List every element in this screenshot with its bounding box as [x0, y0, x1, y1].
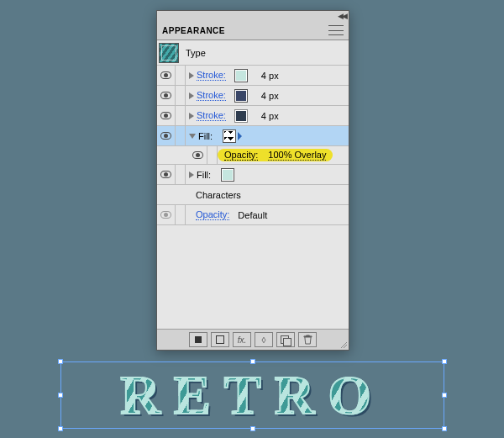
type-label: Type [186, 48, 206, 58]
fill-label: Fill: [198, 131, 213, 141]
color-swatch[interactable] [221, 168, 234, 182]
handle-bottom-middle[interactable] [250, 426, 255, 431]
new-stroke-button[interactable] [189, 332, 207, 347]
characters-label: Characters [186, 190, 241, 200]
chevron-right-icon[interactable] [189, 92, 194, 99]
panel-footer: fx. ◊ [157, 330, 349, 350]
stroke-row-3[interactable]: Stroke: 4 px [157, 106, 349, 126]
chevron-right-icon[interactable] [189, 172, 194, 178]
handle-middle-left[interactable] [58, 393, 63, 398]
handle-bottom-right[interactable] [442, 426, 447, 431]
chevron-right-icon[interactable] [189, 113, 194, 119]
type-row[interactable]: Type [157, 40, 349, 66]
stroke-row-1[interactable]: Stroke: 4 px [157, 66, 349, 86]
stroke-link[interactable]: Stroke: [197, 90, 226, 101]
fill-row-1[interactable]: Fill: [157, 126, 349, 146]
new-fill-button[interactable] [211, 332, 229, 347]
stroke-weight[interactable]: 4 px [261, 71, 279, 81]
eye-icon [160, 132, 171, 140]
visibility-toggle[interactable] [157, 86, 176, 105]
panel-menu-button[interactable] [328, 25, 344, 35]
panel-titlebar[interactable]: APPEARANCE [157, 21, 349, 40]
opacity-row[interactable]: Opacity: 100% Overlay [157, 146, 349, 165]
panel-collapse-button[interactable]: ◀◀ [326, 12, 346, 20]
opacity-highlight: Opacity: 100% Overlay [218, 149, 333, 161]
chevron-down-icon[interactable] [189, 134, 196, 139]
opacity-value: Default [238, 210, 267, 220]
duplicate-item-button[interactable] [276, 332, 295, 347]
add-effect-button[interactable]: fx. [233, 332, 251, 347]
artboard-selection[interactable]: RETRO RETRO RETRO [60, 361, 444, 429]
stroke-row-2[interactable]: Stroke: 4 px [157, 86, 349, 106]
color-swatch[interactable] [234, 69, 248, 82]
stroke-weight[interactable]: 4 px [261, 91, 279, 101]
handle-bottom-left[interactable] [58, 426, 63, 431]
stroke-weight[interactable]: 4 px [261, 111, 279, 121]
visibility-toggle[interactable] [157, 106, 176, 125]
visibility-toggle[interactable] [189, 146, 207, 164]
eye-icon [160, 92, 171, 99]
panel-body: Type Stroke: 4 px Stroke: 4 px Stroke: [157, 40, 349, 330]
color-swatch[interactable] [234, 109, 248, 123]
color-swatch[interactable] [234, 89, 248, 103]
stroke-link[interactable]: Stroke: [197, 70, 226, 81]
swatch-flyout-icon[interactable] [238, 132, 242, 140]
opacity-link[interactable]: Opacity: [224, 150, 258, 161]
handle-top-middle[interactable] [250, 359, 255, 364]
chevron-right-icon[interactable] [189, 72, 194, 79]
stroke-link[interactable]: Stroke: [197, 110, 226, 121]
fill-row-2[interactable]: Fill: [157, 165, 349, 185]
eye-icon [160, 211, 171, 219]
eye-icon [192, 151, 203, 159]
opacity-default-row[interactable]: Opacity: Default [157, 205, 349, 225]
eye-icon [160, 112, 171, 119]
trash-icon [303, 335, 312, 345]
type-thumbnail [159, 43, 179, 63]
delete-item-button[interactable] [298, 332, 317, 347]
opacity-link[interactable]: Opacity: [196, 209, 229, 220]
bounding-box [60, 361, 444, 429]
handle-middle-right[interactable] [442, 393, 447, 398]
opacity-value[interactable]: 100% Overlay [268, 150, 326, 161]
handle-top-left[interactable] [58, 359, 63, 364]
appearance-panel: ◀◀ APPEARANCE Type Stroke: 4 px Stroke: [156, 10, 349, 351]
visibility-toggle[interactable] [157, 126, 176, 145]
visibility-toggle[interactable] [157, 66, 176, 85]
fill-label: Fill: [197, 170, 211, 180]
eye-icon [160, 171, 171, 178]
panel-title: APPEARANCE [162, 26, 225, 35]
pattern-swatch[interactable] [223, 129, 236, 143]
resize-grip[interactable] [339, 340, 347, 348]
visibility-toggle[interactable] [157, 165, 176, 184]
eye-icon [160, 71, 171, 79]
visibility-toggle[interactable] [157, 205, 176, 224]
characters-row[interactable]: Characters [157, 185, 349, 205]
clear-appearance-button[interactable]: ◊ [255, 332, 273, 347]
handle-top-right[interactable] [442, 359, 447, 364]
